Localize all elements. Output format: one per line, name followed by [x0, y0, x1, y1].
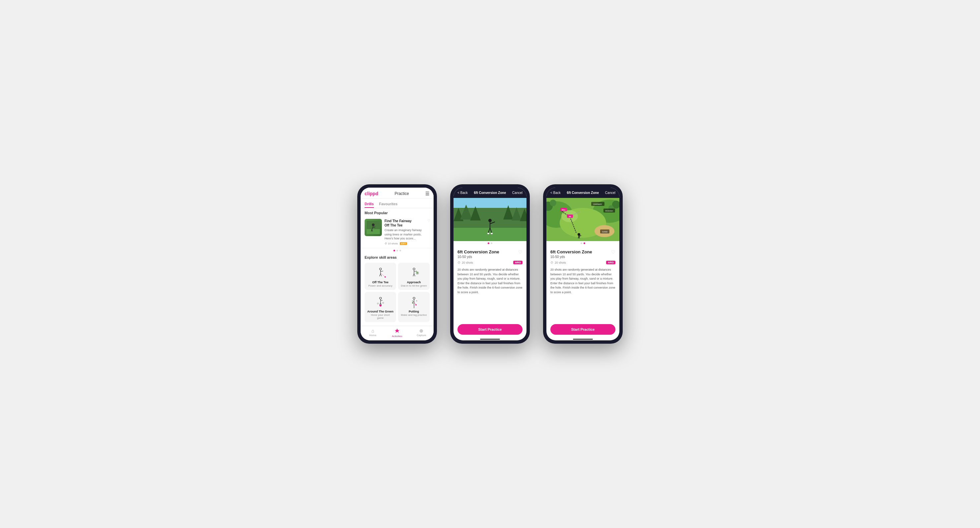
ott-badge: OTT	[400, 242, 407, 245]
back-button-3[interactable]: < Back	[550, 191, 561, 195]
golf-photo	[453, 198, 527, 241]
detail-title-2: 6ft Conversion Zone	[474, 191, 506, 195]
svg-point-25	[380, 305, 382, 306]
detail-header-2: < Back 6ft Conversion Zone Cancel	[453, 188, 527, 198]
back-button-2[interactable]: < Back	[458, 191, 468, 195]
detail-title-3: 6ft Conversion Zone	[567, 191, 599, 195]
drill-meta-3: ⏱ 20 shots ARG	[550, 261, 616, 264]
cancel-button-3[interactable]: Cancel	[605, 191, 616, 195]
app-logo: clippd	[364, 191, 378, 196]
drill-meta: ⏱ 10 shots OTT	[385, 242, 430, 245]
most-popular-title: Most Popular	[361, 208, 434, 216]
svg-point-2	[372, 223, 375, 226]
svg-line-16	[413, 274, 414, 276]
drill-info: Find The Fairway Off The Tee Create an i…	[385, 219, 430, 245]
capture-label: Capture	[417, 334, 426, 337]
image-dots-2	[453, 241, 527, 246]
dot-1	[393, 250, 395, 251]
svg-point-44	[488, 219, 492, 222]
arg-badge-3: ARG	[606, 261, 616, 264]
clock-icon-3: ⏱	[550, 261, 554, 264]
skill-around-green[interactable]: Around The Green Hone your short game	[364, 292, 396, 322]
approach-icon	[406, 266, 422, 279]
drill-range-2: 10-50 yds	[458, 255, 499, 259]
favourite-icon-3[interactable]: ♡	[611, 249, 616, 255]
svg-point-71	[578, 233, 580, 236]
drill-range-3: 10-50 yds	[550, 255, 592, 259]
arg-badge-2: ARG	[513, 261, 522, 264]
svg-point-20	[380, 297, 382, 299]
atg-desc: Hone your short game	[367, 313, 393, 319]
svg-point-7	[380, 268, 382, 270]
ott-icon	[372, 266, 388, 279]
svg-point-28	[413, 297, 415, 299]
cancel-button-2[interactable]: Cancel	[512, 191, 522, 195]
ott-desc: Power and accuracy	[368, 284, 392, 287]
svg-text:Hit: Hit	[569, 215, 571, 217]
phone-3: < Back 6ft Conversion Zone Cancel	[543, 184, 623, 344]
drill-detail-title-3: 6ft Conversion Zone	[550, 249, 592, 254]
svg-point-26	[377, 303, 379, 304]
svg-line-10	[380, 274, 380, 276]
tab-drills[interactable]: Drills	[364, 201, 374, 208]
home-icon: ⌂	[371, 328, 374, 333]
drill-image-2	[453, 198, 527, 241]
phone-2: < Back 6ft Conversion Zone Cancel	[450, 184, 530, 344]
dot-2	[396, 250, 398, 251]
nav-activities[interactable]: Activities	[385, 328, 409, 338]
favourite-icon[interactable]: ♡	[427, 219, 430, 222]
svg-point-13	[413, 268, 415, 270]
golf-map: Hit Miss FAIRWAY ROUGH SAND	[546, 198, 619, 241]
nav-capture[interactable]: ⊕ Capture	[409, 328, 434, 338]
app-header: clippd Practice ☰	[361, 188, 434, 199]
start-practice-button-3[interactable]: Start Practice	[550, 324, 616, 335]
skill-off-the-tee[interactable]: Off The Tee Power and accuracy	[364, 263, 396, 290]
tab-favourites[interactable]: Favourites	[379, 201, 398, 208]
atg-icon-area	[372, 295, 389, 308]
svg-point-32	[412, 302, 414, 303]
clock-icon: ⏱	[385, 242, 387, 245]
favourite-icon-2[interactable]: ♡	[518, 249, 522, 255]
approach-name: Approach	[407, 281, 421, 284]
map-svg: Hit Miss FAIRWAY ROUGH SAND	[546, 198, 619, 241]
capture-icon: ⊕	[419, 328, 423, 333]
atg-icon	[372, 295, 388, 308]
menu-icon[interactable]: ☰	[425, 191, 430, 196]
drill-subtitle: Off The Tee	[385, 223, 430, 228]
svg-rect-43	[453, 228, 527, 241]
svg-point-50	[491, 233, 493, 234]
carousel-dots	[361, 249, 434, 253]
svg-point-58	[550, 199, 556, 206]
activities-icon	[395, 328, 400, 334]
detail-content-2: 6ft Conversion Zone 10-50 yds ♡ ⏱ 20 sho…	[453, 246, 527, 321]
drill-thumbnail	[364, 219, 382, 236]
drill-description: Create an imaginary fairway using trees …	[385, 228, 430, 241]
img-dot-3-1	[581, 242, 582, 244]
nav-home[interactable]: ⌂ Home	[361, 328, 385, 338]
drill-description-3: 20 shots are randomly generated at dista…	[550, 268, 616, 295]
svg-line-11	[380, 274, 382, 276]
page-title: Practice	[395, 191, 409, 196]
drill-title: Find The Fairway	[385, 219, 430, 223]
tabs-bar: Drills Favourites	[361, 199, 434, 208]
shots-label: ⏱ 10 shots	[385, 242, 398, 245]
approach-desc: Dial-in to hit the green	[401, 284, 426, 287]
putting-icon	[406, 295, 422, 308]
putting-desc: Make and lag practice	[401, 313, 426, 316]
featured-drill-card[interactable]: Find The Fairway Off The Tee Create an i…	[361, 216, 434, 248]
img-dot-3-2	[584, 242, 585, 244]
approach-icon-area	[406, 266, 422, 279]
ott-name: Off The Tee	[372, 281, 388, 284]
skill-approach[interactable]: Approach Dial-in to hit the green	[398, 263, 430, 290]
drill-thumb-img	[364, 219, 382, 236]
svg-point-27	[382, 302, 384, 303]
phones-container: clippd Practice ☰ Drills Favourites Most…	[357, 184, 623, 344]
home-indicator-3	[573, 339, 593, 340]
detail-content-3: 6ft Conversion Zone 10-50 yds ♡ ⏱ 20 sho…	[546, 246, 619, 321]
home-label: Home	[369, 334, 376, 337]
start-practice-button-2[interactable]: Start Practice	[458, 324, 522, 335]
golf-thumbnail-svg	[367, 221, 380, 234]
skill-putting[interactable]: Putting Make and lag practice	[398, 292, 430, 322]
putting-name: Putting	[409, 310, 419, 313]
photo-svg	[453, 198, 527, 241]
